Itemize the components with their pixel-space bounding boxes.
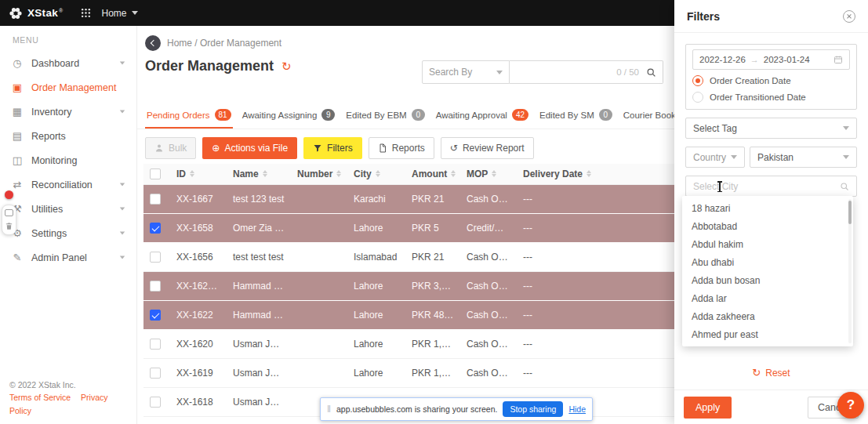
sort-icon[interactable] xyxy=(263,170,267,177)
home-menu[interactable]: Home xyxy=(102,8,138,19)
sidebar-item[interactable]: ✎ Admin Panel xyxy=(0,245,136,270)
sort-icon[interactable] xyxy=(336,170,341,177)
column-header[interactable]: Amount xyxy=(405,164,460,184)
trash-icon[interactable] xyxy=(5,222,13,230)
row-checkbox[interactable] xyxy=(150,368,161,379)
home-menu-label: Home xyxy=(102,8,127,19)
sidebar-item[interactable]: ⇄ Reconciliation xyxy=(0,172,136,197)
sort-icon[interactable] xyxy=(492,170,496,177)
country-value-dropdown[interactable]: Pakistan xyxy=(750,147,857,168)
terms-of-service-link[interactable]: Terms of Service xyxy=(9,393,71,402)
sort-icon[interactable] xyxy=(587,170,591,177)
menu-label: MENU xyxy=(0,26,136,51)
column-header[interactable]: ID xyxy=(170,164,227,184)
column-header[interactable]: MOP xyxy=(460,164,517,184)
tab-label: Pending Orders xyxy=(147,111,210,120)
city-option[interactable]: Adda lar xyxy=(682,289,853,307)
help-button[interactable]: ? xyxy=(837,392,864,419)
search-by-select[interactable]: Search By xyxy=(422,60,510,84)
sort-icon[interactable] xyxy=(451,170,456,177)
sort-icon[interactable] xyxy=(376,170,380,177)
tab[interactable]: Edited By SM 0 xyxy=(538,101,614,129)
apply-button[interactable]: Apply xyxy=(684,397,732,419)
row-checkbox[interactable] xyxy=(150,252,161,263)
sidebar-item[interactable]: ▦ Inventory xyxy=(0,100,136,124)
tab[interactable]: Edited By EBM 0 xyxy=(344,101,426,129)
table-row[interactable]: XX-1620 Usman Javed Lahore PKR 1,600 Cas… xyxy=(143,329,674,358)
tab[interactable]: Pending Orders 81 xyxy=(145,101,233,129)
cell-city: Lahore xyxy=(347,300,405,329)
stop-sharing-button[interactable]: Stop sharing xyxy=(503,401,563,417)
camera-icon[interactable] xyxy=(5,209,13,216)
row-checkbox[interactable] xyxy=(150,339,161,350)
search-input[interactable]: 0 / 50 xyxy=(510,60,663,84)
bulk-button[interactable]: Bulk xyxy=(145,137,196,159)
date-type-radio[interactable]: Order Creation Date xyxy=(692,75,850,86)
main-content: Home / Order Management Order Management… xyxy=(137,26,674,424)
cell-city: Lahore xyxy=(347,213,405,242)
refresh-icon[interactable]: ↻ xyxy=(281,60,292,74)
table-row[interactable]: XX-1658 Omer Zia Zia Lahore PKR 5 Credit… xyxy=(143,213,674,242)
table-row[interactable]: XX-1623:SR Hammad Butt... Lahore PKR 3,2… xyxy=(143,271,674,300)
hide-link[interactable]: Hide xyxy=(568,404,586,414)
cell-name: Omer Zia Zia xyxy=(227,213,291,242)
record-indicator-icon[interactable] xyxy=(5,190,13,199)
select-tag-dropdown[interactable]: Select Tag xyxy=(685,118,857,139)
brand-logo[interactable]: XStak® xyxy=(9,7,64,20)
search-icon[interactable] xyxy=(646,67,656,78)
sort-icon[interactable] xyxy=(190,170,194,177)
table-row[interactable]: XX-1622 Hammad Butt... Lahore PKR 48.24 … xyxy=(143,300,674,329)
table-row[interactable]: XX-1619 Usman Javed Lahore PKR 1,600 Cas… xyxy=(143,358,674,387)
city-option[interactable]: Abbotabad xyxy=(682,217,853,235)
column-header[interactable]: City xyxy=(347,164,405,184)
row-checkbox[interactable] xyxy=(150,281,161,292)
cell-id: XX-1658 xyxy=(170,213,227,242)
tab[interactable]: Courier Booking 84 xyxy=(622,101,674,129)
column-header[interactable]: Name xyxy=(227,164,291,184)
row-checkbox[interactable] xyxy=(150,310,161,321)
city-option[interactable]: 18 hazari xyxy=(682,199,853,217)
table-row[interactable]: XX-1667 test 123 test Karachi PKR 21 Cas… xyxy=(143,184,674,213)
row-checkbox[interactable] xyxy=(150,397,161,408)
city-option[interactable]: Abdul hakim xyxy=(682,235,853,253)
city-option[interactable]: Adda bun bosan xyxy=(682,271,853,289)
country-type-dropdown[interactable]: Country xyxy=(685,147,745,168)
city-option[interactable]: Ahmed pur east xyxy=(682,325,853,343)
back-button[interactable] xyxy=(145,35,161,51)
column-header[interactable]: Number xyxy=(291,164,347,184)
city-option[interactable]: Adda zakheera xyxy=(682,307,853,325)
date-range-picker[interactable]: 2022-12-26 → 2023-01-24 xyxy=(692,49,850,70)
sidebar-item[interactable]: ◷ Dashboard xyxy=(0,51,136,75)
city-search-input[interactable]: Select City xyxy=(685,176,857,197)
sidebar-item[interactable]: ▤ Reports xyxy=(0,124,136,148)
sidebar-item-label: Reports xyxy=(31,131,66,142)
sidebar-item[interactable]: ⚙ Settings xyxy=(0,221,136,245)
sidebar-item-label: Inventory xyxy=(31,107,71,118)
share-message: app.usebubbles.com is sharing your scree… xyxy=(336,404,497,414)
cell-delivery-date: --- xyxy=(517,271,674,300)
sidebar-item[interactable]: ⚒ Utilities xyxy=(0,197,136,221)
row-checkbox[interactable] xyxy=(150,223,161,234)
cell-city: Lahore xyxy=(347,329,405,358)
filters-button[interactable]: Filters xyxy=(303,137,362,159)
tab[interactable]: Awaiting Approval 42 xyxy=(434,101,530,129)
recording-widget xyxy=(2,190,16,235)
table-row[interactable]: XX-1656 test test test Islamabad PKR 21 … xyxy=(143,242,674,271)
column-label: ID xyxy=(176,169,186,179)
reports-button[interactable]: Reports xyxy=(369,137,434,159)
row-checkbox[interactable] xyxy=(150,194,161,205)
city-option[interactable]: Abu dhabi xyxy=(682,253,853,271)
sidebar-item[interactable]: ◫ Monitoring xyxy=(0,148,136,172)
drag-handle-icon[interactable]: ‖ xyxy=(327,404,331,415)
column-header[interactable]: Delivery Date xyxy=(517,164,674,184)
select-all-checkbox[interactable] xyxy=(150,169,161,179)
close-icon[interactable] xyxy=(843,10,855,23)
tab[interactable]: Awaiting Assigning 9 xyxy=(241,101,337,129)
scrollbar-thumb[interactable] xyxy=(848,201,852,224)
sidebar-item[interactable]: ▣ Order Management xyxy=(0,75,136,100)
reset-button[interactable]: ↻ Reset xyxy=(674,367,868,379)
date-type-radio[interactable]: Order Transitioned Date xyxy=(692,92,850,103)
apps-grid-icon[interactable] xyxy=(81,8,91,18)
review-report-button[interactable]: ↺ Review Report xyxy=(441,137,534,159)
actions-via-file-button[interactable]: ⊕ Actions via File xyxy=(202,137,297,159)
